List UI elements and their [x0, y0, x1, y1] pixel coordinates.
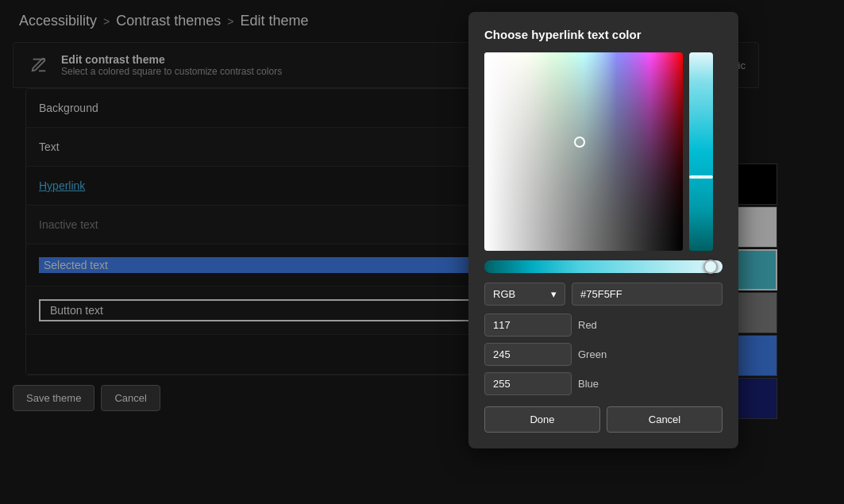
red-label: Red — [578, 319, 610, 331]
color-mode-label: RGB — [493, 288, 515, 300]
dialog-overlay: Choose hyperlink text color — [0, 0, 844, 504]
dialog-buttons: Done Cancel — [484, 406, 723, 433]
picker-cursor — [574, 137, 585, 148]
color-mode-dropdown[interactable]: RGB ▾ — [484, 283, 565, 306]
hue-slider-thumb — [703, 260, 718, 274]
color-gradient-canvas[interactable] — [484, 52, 683, 251]
green-row: Green — [484, 343, 723, 366]
green-label: Green — [578, 348, 610, 360]
blue-row: Blue — [484, 372, 723, 395]
picker-controls: RGB ▾ — [484, 283, 723, 306]
chevron-down-icon: ▾ — [551, 288, 557, 300]
color-strip[interactable] — [689, 52, 713, 251]
strip-indicator — [689, 175, 713, 179]
blue-label: Blue — [578, 378, 610, 390]
gradient-white-overlay — [484, 52, 683, 251]
page-wrapper: Accessibility > Contrast themes > Edit t… — [0, 0, 844, 504]
hex-input[interactable] — [572, 283, 723, 306]
green-input[interactable] — [484, 343, 572, 366]
blue-input[interactable] — [484, 372, 572, 395]
gradient-black-overlay — [484, 52, 683, 251]
picker-area[interactable] — [484, 52, 723, 251]
hue-slider-container[interactable] — [484, 260, 723, 273]
dialog-title: Choose hyperlink text color — [484, 28, 723, 41]
red-row: Red — [484, 314, 723, 337]
hue-slider-track[interactable] — [484, 260, 723, 273]
color-picker-dialog: Choose hyperlink text color — [468, 12, 738, 448]
dialog-cancel-button[interactable]: Cancel — [607, 406, 723, 433]
done-button[interactable]: Done — [484, 406, 600, 433]
red-input[interactable] — [484, 314, 572, 337]
gradient-base — [484, 52, 683, 251]
